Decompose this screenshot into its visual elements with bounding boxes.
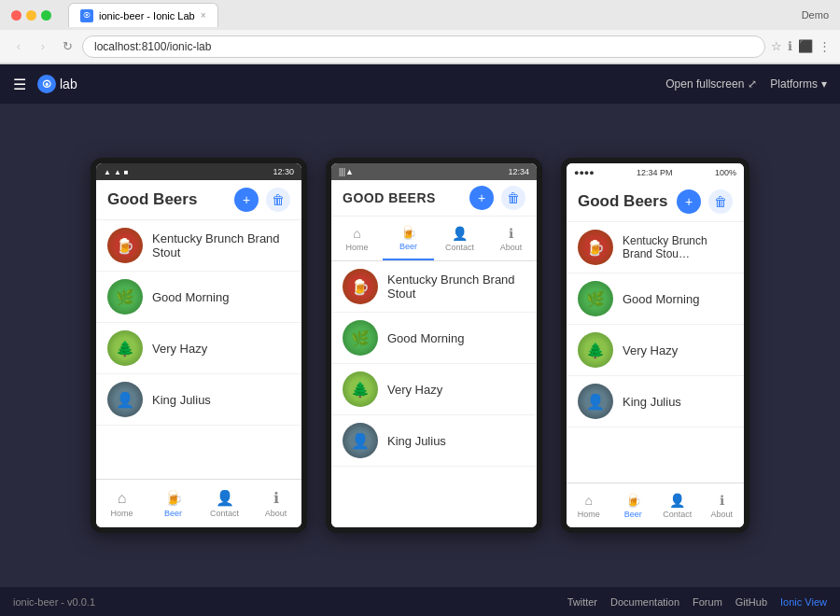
ios-beer-item-vh[interactable]: 🌲 Very Hazy xyxy=(567,325,744,376)
android-beer-item-gm[interactable]: 🌿 Good Morning xyxy=(96,272,301,323)
android-vh-name: Very Hazy xyxy=(152,342,207,356)
android-trash-icon: 🗑 xyxy=(272,192,285,207)
android-beer-list: 🍺 Kentucky Brunch Brand Stout 🌿 Good Mor… xyxy=(96,220,301,479)
mid-tab-about[interactable]: ℹ About xyxy=(485,217,537,260)
mid-add-button[interactable]: + xyxy=(469,186,494,210)
open-fullscreen-button[interactable]: Open fullscreen ⤢ xyxy=(665,77,757,91)
back-button[interactable]: ‹ xyxy=(9,37,28,56)
platforms-button[interactable]: Platforms ▾ xyxy=(770,77,827,91)
android-trash-button[interactable]: 🗑 xyxy=(266,188,290,212)
mid-beer-item-kbbs[interactable]: 🍺 Kentucky Brunch Brand Stout xyxy=(331,261,537,313)
footer-documentation-link[interactable]: Documentation xyxy=(610,596,679,608)
mid-kbbs-avatar: 🍺 xyxy=(343,269,378,304)
ios-beer-icon: 🍺 xyxy=(625,493,641,508)
ios-tab-about[interactable]: ℹ About xyxy=(700,483,745,527)
mid-tab-beer[interactable]: 🍺 Beer xyxy=(383,217,434,260)
extension-icon: ⬛ xyxy=(798,39,813,53)
lab-logo-circle: ⦿ xyxy=(37,75,56,93)
mid-beer-item-gm[interactable]: 🌿 Good Morning xyxy=(331,313,537,364)
more-menu-icon[interactable]: ⋮ xyxy=(819,39,831,53)
android-bottom-tab-bar: ⌂ Home 🍺 Beer 👤 Contact ℹ About xyxy=(96,479,301,527)
android-add-button[interactable]: + xyxy=(234,188,259,212)
lab-logo: ⦿ lab xyxy=(37,75,77,93)
footer-twitter-link[interactable]: Twitter xyxy=(567,596,597,608)
mid-trash-button[interactable]: 🗑 xyxy=(501,186,525,210)
footer-forum-link[interactable]: Forum xyxy=(693,596,722,608)
close-window-button[interactable] xyxy=(11,10,21,21)
ios-beer-label: Beer xyxy=(624,510,642,519)
ios-add-button[interactable]: + xyxy=(677,189,701,214)
ios-beer-list: 🍺 Kentucky Brunch Brand Stou… 🌿 Good Mor… xyxy=(567,222,744,483)
footer: ionic-beer - v0.0.1 Twitter Documentatio… xyxy=(0,587,840,616)
ios-kbbs-name: Kentucky Brunch Brand Stou… xyxy=(623,234,733,260)
android-phone-mockup: ▲ ▲ ■ 12:30 Good Beers + 🗑 xyxy=(91,158,307,533)
bookmark-icon: ☆ xyxy=(771,39,782,53)
ios-tab-contact[interactable]: 👤 Contact xyxy=(655,483,700,527)
platforms-chevron-icon: ▾ xyxy=(821,77,827,91)
mid-contact-label: Contact xyxy=(445,243,474,252)
ios-trash-button[interactable]: 🗑 xyxy=(708,189,733,214)
tab-close-button[interactable]: × xyxy=(201,10,206,21)
ios-tab-home[interactable]: ⌂ Home xyxy=(567,483,611,527)
android-beer-item-vh[interactable]: 🌲 Very Hazy xyxy=(96,323,301,374)
app-toolbar: ☰ ⦿ lab Open fullscreen ⤢ Platforms ▾ xyxy=(0,64,840,104)
mid-gm-name: Good Morning xyxy=(387,331,464,345)
ios-trash-icon: 🗑 xyxy=(714,194,727,209)
ios-beer-item-kj[interactable]: 👤 King Julius xyxy=(567,376,744,427)
wifi-icon: ▲ xyxy=(104,168,111,176)
mid-contact-icon: 👤 xyxy=(452,226,468,241)
ios-app-header: Good Beers + 🗑 xyxy=(567,182,744,222)
android-beer-item-kbbs[interactable]: 🍺 Kentucky Brunch Brand Stout xyxy=(96,220,301,272)
android-contact-label: Contact xyxy=(210,509,239,518)
ios-time: 12:34 PM xyxy=(637,168,673,177)
android-kbbs-avatar: 🍺 xyxy=(107,228,143,263)
android-tab-contact[interactable]: 👤 Contact xyxy=(199,480,250,527)
ios-tab-beer[interactable]: 🍺 Beer xyxy=(611,483,656,527)
mid-beer-list: 🍺 Kentucky Brunch Brand Stout 🌿 Good Mor… xyxy=(331,261,537,527)
android-vh-avatar: 🌲 xyxy=(107,330,143,366)
android-header-title: Good Beers xyxy=(107,190,197,209)
ios-beer-item-kbbs[interactable]: 🍺 Kentucky Brunch Brand Stou… xyxy=(567,222,744,273)
footer-version: ionic-beer - v0.0.1 xyxy=(13,596,95,608)
traffic-lights xyxy=(11,10,51,21)
android-beer-label: Beer xyxy=(164,509,182,518)
browser-tab-active[interactable]: ⦿ ionic-beer - Ionic Lab × xyxy=(68,3,218,27)
refresh-button[interactable]: ↻ xyxy=(58,37,77,56)
hamburger-menu-icon[interactable]: ☰ xyxy=(13,76,26,93)
footer-github-link[interactable]: GitHub xyxy=(735,596,767,608)
minimize-window-button[interactable] xyxy=(26,10,36,21)
android-header-actions: + 🗑 xyxy=(234,188,290,212)
fullscreen-icon: ⤢ xyxy=(748,77,757,91)
ios-signal-dots: ●●●● xyxy=(574,168,595,177)
android-app-header: Good Beers + 🗑 xyxy=(96,180,301,220)
ios-phone-screen: ●●●● 12:34 PM 100% Good Beers + 🗑 xyxy=(567,163,744,527)
mid-beer-item-vh[interactable]: 🌲 Very Hazy xyxy=(331,364,537,415)
android-tab-beer[interactable]: 🍺 Beer xyxy=(147,480,199,527)
maximize-window-button[interactable] xyxy=(41,10,51,21)
mid-about-label: About xyxy=(500,243,523,252)
mid-signal-icon: |||▲ xyxy=(339,167,354,176)
mid-tab-contact[interactable]: 👤 Contact xyxy=(434,217,485,260)
mid-kj-avatar: 👤 xyxy=(343,423,378,458)
android-beer-item-kj[interactable]: 👤 King Julius xyxy=(96,374,301,426)
ios-battery: 100% xyxy=(715,168,736,177)
ios-beer-item-gm[interactable]: 🌿 Good Morning xyxy=(567,273,744,325)
android-home-label: Home xyxy=(110,509,133,518)
tab-favicon: ⦿ xyxy=(80,9,93,22)
android-tab-about[interactable]: ℹ About xyxy=(250,480,301,527)
mid-beer-item-kj[interactable]: 👤 King Julius xyxy=(331,415,537,467)
mid-tab-home[interactable]: ⌂ Home xyxy=(331,217,383,260)
mid-status-bar: |||▲ 12:34 xyxy=(331,163,537,180)
browser-titlebar: ⦿ ionic-beer - Ionic Lab × Demo xyxy=(0,0,840,30)
android-kj-avatar: 👤 xyxy=(107,382,143,417)
forward-button[interactable]: › xyxy=(34,37,52,56)
mid-phone-screen: |||▲ 12:34 GOOD BEERS + 🗑 ⌂ xyxy=(331,163,537,527)
footer-ionic-view-link[interactable]: Ionic View xyxy=(780,596,827,608)
mid-about-icon: ℹ xyxy=(509,226,513,241)
mid-vh-name: Very Hazy xyxy=(387,383,442,397)
android-kbbs-name: Kentucky Brunch Brand Stout xyxy=(152,231,290,259)
android-tab-home[interactable]: ⌂ Home xyxy=(96,480,147,527)
footer-links: Twitter Documentation Forum GitHub Ionic… xyxy=(567,596,827,608)
address-input[interactable] xyxy=(82,35,765,58)
android-contact-icon: 👤 xyxy=(216,489,234,507)
